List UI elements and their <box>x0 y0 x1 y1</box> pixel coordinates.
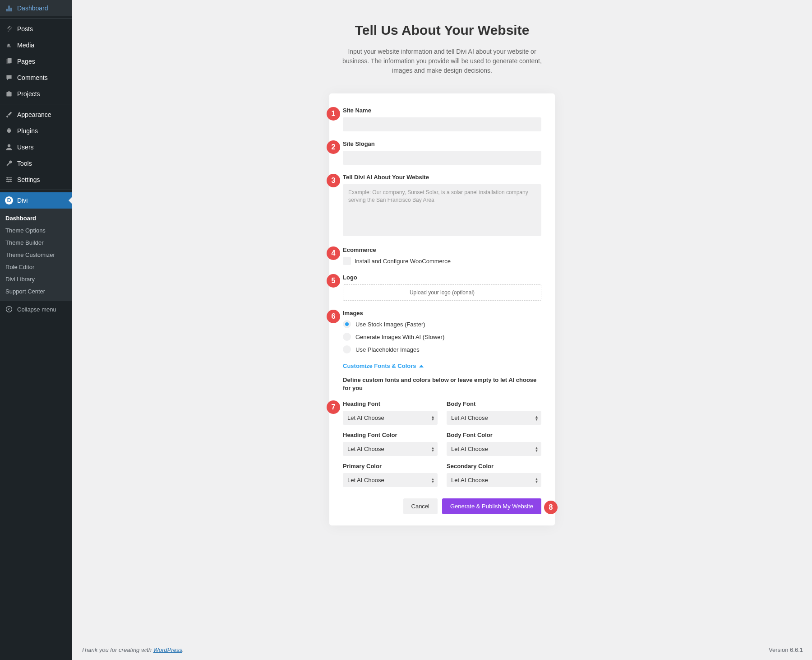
sidebar-item-tools[interactable]: Tools <box>0 155 72 172</box>
logo-upload-button[interactable]: Upload your logo (optional) <box>343 284 541 301</box>
radio-icon <box>343 333 351 341</box>
sidebar-label: Media <box>17 42 34 49</box>
heading-font-field: 7 Heading Font Let AI Choose▴▾ <box>343 400 438 425</box>
collapse-icon <box>5 305 14 314</box>
site-slogan-input[interactable] <box>343 151 541 165</box>
media-icon <box>5 41 14 50</box>
customize-fonts-colors-toggle[interactable]: Customize Fonts & Colors <box>343 363 541 369</box>
site-name-input[interactable] <box>343 117 541 131</box>
svg-point-4 <box>8 144 10 147</box>
sidebar-item-plugins[interactable]: Plugins <box>0 123 72 139</box>
sidebar-item-divi[interactable]: DDivi <box>0 192 72 209</box>
step-badge-1: 1 <box>327 107 340 121</box>
divi-icon: D <box>5 196 14 205</box>
svg-rect-2 <box>8 58 12 63</box>
admin-sidebar: Dashboard Posts Media Pages Comments Pro… <box>0 0 72 660</box>
heading-color-field: Heading Font Color Let AI Choose▴▾ <box>343 432 438 456</box>
images-radio-group: Use Stock Images (Faster) Generate Image… <box>343 320 541 353</box>
sidebar-item-posts[interactable]: Posts <box>0 21 72 37</box>
sidebar-item-appearance[interactable]: Appearance <box>0 107 72 123</box>
comment-icon <box>5 73 14 82</box>
sidebar-label: Projects <box>17 90 40 98</box>
radio-icon <box>343 345 351 353</box>
svg-point-8 <box>7 177 8 178</box>
projects-icon <box>5 89 14 98</box>
step-badge-8: 8 <box>544 501 558 514</box>
submenu-theme-builder[interactable]: Theme Builder <box>0 237 72 249</box>
sidebar-label: Posts <box>17 25 33 33</box>
submenu-theme-options[interactable]: Theme Options <box>0 224 72 237</box>
step-badge-3: 3 <box>327 174 340 187</box>
images-option-placeholder[interactable]: Use Placeholder Images <box>343 345 541 353</box>
body-font-select[interactable]: Let AI Choose <box>447 411 541 425</box>
heading-color-select[interactable]: Let AI Choose <box>343 442 438 456</box>
page-title: Tell Us About Your Website <box>81 23 803 38</box>
submenu-role-editor[interactable]: Role Editor <box>0 261 72 273</box>
website-info-card: 1 Site Name 2 Site Slogan 3 Tell Divi AI… <box>329 93 555 525</box>
secondary-color-select[interactable]: Let AI Choose <box>447 473 541 487</box>
sidebar-item-media[interactable]: Media <box>0 37 72 53</box>
divi-submenu: Dashboard Theme Options Theme Builder Th… <box>0 209 72 301</box>
sidebar-label: Comments <box>17 74 48 81</box>
primary-color-label: Primary Color <box>343 463 438 469</box>
brush-icon <box>5 110 14 119</box>
sidebar-item-dashboard[interactable]: Dashboard <box>0 0 72 16</box>
about-textarea[interactable] <box>343 184 541 236</box>
heading-font-label: Heading Font <box>343 400 438 407</box>
sidebar-label: Settings <box>17 176 40 183</box>
sidebar-item-settings[interactable]: Settings <box>0 172 72 188</box>
ecommerce-field: 4 Ecommerce Install and Configure WooCom… <box>343 246 541 265</box>
pages-icon <box>5 57 14 66</box>
sidebar-item-projects[interactable]: Projects <box>0 86 72 102</box>
ecommerce-checkbox-label: Install and Configure WooCommerce <box>355 258 451 265</box>
body-color-label: Body Font Color <box>447 432 541 438</box>
site-name-field: 1 Site Name <box>343 107 541 131</box>
sidebar-label: Tools <box>17 160 32 167</box>
sidebar-label: Appearance <box>17 111 51 118</box>
plug-icon <box>5 126 14 135</box>
ecommerce-label: Ecommerce <box>343 246 541 253</box>
form-actions: Cancel Generate & Publish My Website 8 <box>343 498 541 514</box>
wrench-icon <box>5 159 14 168</box>
images-label: Images <box>343 310 541 316</box>
images-option-ai[interactable]: Generate Images With AI (Slower) <box>343 333 541 341</box>
generate-button[interactable]: Generate & Publish My Website <box>442 498 541 514</box>
sidebar-label: Users <box>17 144 34 151</box>
body-font-field: Body Font Let AI Choose▴▾ <box>447 400 541 425</box>
step-badge-5: 5 <box>327 274 340 288</box>
secondary-color-field: Secondary Color Let AI Choose▴▾ <box>447 463 541 487</box>
footer-version: Version 6.6.1 <box>769 646 803 653</box>
font-color-grid: 7 Heading Font Let AI Choose▴▾ Body Font… <box>343 400 541 487</box>
submenu-dashboard[interactable]: Dashboard <box>0 212 72 224</box>
svg-point-9 <box>10 179 11 180</box>
logo-field: 5 Logo Upload your logo (optional) <box>343 274 541 301</box>
body-color-select[interactable]: Let AI Choose <box>447 442 541 456</box>
wordpress-link[interactable]: WordPress <box>153 646 182 653</box>
heading-font-select[interactable]: Let AI Choose <box>343 411 438 425</box>
dashboard-icon <box>5 4 14 13</box>
primary-color-select[interactable]: Let AI Choose <box>343 473 438 487</box>
settings-icon <box>5 175 14 184</box>
radio-icon <box>343 320 351 328</box>
submenu-theme-customizer[interactable]: Theme Customizer <box>0 249 72 261</box>
ecommerce-checkbox-row[interactable]: Install and Configure WooCommerce <box>343 257 541 265</box>
submenu-support-center[interactable]: Support Center <box>0 285 72 297</box>
step-badge-4: 4 <box>327 246 340 260</box>
sidebar-label: Plugins <box>17 127 38 135</box>
images-option-stock[interactable]: Use Stock Images (Faster) <box>343 320 541 328</box>
svg-point-11 <box>6 307 12 312</box>
admin-footer: Thank you for creating with WordPress. V… <box>72 640 812 660</box>
ecommerce-checkbox[interactable] <box>343 257 351 265</box>
sidebar-item-comments[interactable]: Comments <box>0 70 72 86</box>
sidebar-item-users[interactable]: Users <box>0 139 72 155</box>
submenu-divi-library[interactable]: Divi Library <box>0 273 72 285</box>
step-badge-2: 2 <box>327 140 340 154</box>
main-content: Tell Us About Your Website Input your we… <box>72 0 812 660</box>
footer-thanks: Thank you for creating with WordPress. <box>81 646 184 653</box>
sidebar-item-pages[interactable]: Pages <box>0 53 72 70</box>
customize-help-text: Define custom fonts and colors below or … <box>343 376 541 392</box>
collapse-menu[interactable]: Collapse menu <box>0 301 72 317</box>
body-font-label: Body Font <box>447 400 541 407</box>
site-name-label: Site Name <box>343 107 541 114</box>
cancel-button[interactable]: Cancel <box>403 498 438 514</box>
